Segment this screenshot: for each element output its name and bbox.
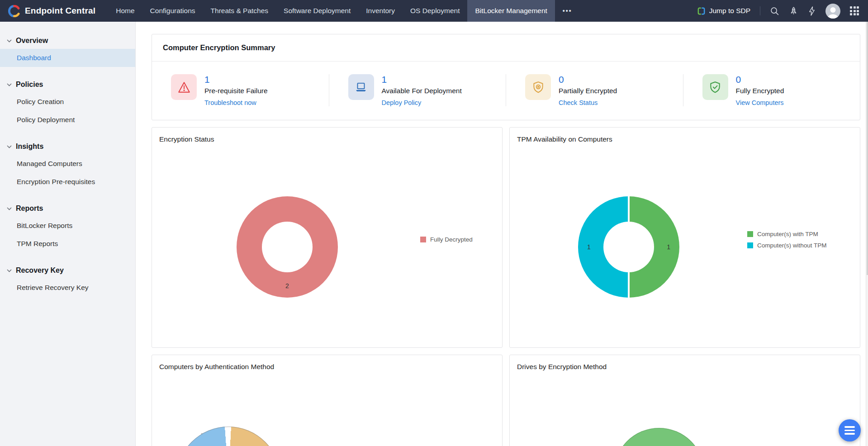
computer-encryption-summary-card: Computer Encryption Summary 1 Pre-requis… (152, 34, 860, 120)
fully-encrypted-label: Fully Encrypted (736, 87, 784, 95)
rocket-icon[interactable] (789, 6, 798, 16)
sidebar-header-recovery-key[interactable]: Recovery Key (0, 262, 135, 279)
tpm-without-slice-value: 1 (587, 243, 591, 251)
nav-item-home[interactable]: Home (108, 0, 142, 22)
chevron-down-icon (7, 269, 12, 272)
sidebar-item-tpm-reports[interactable]: TPM Reports (0, 235, 135, 253)
chevron-down-icon (7, 207, 12, 210)
sidebar-section-reports: Reports BitLocker Reports TPM Reports (0, 200, 135, 253)
sdp-icon (697, 7, 706, 15)
sidebar-item-bitlocker-reports[interactable]: BitLocker Reports (0, 217, 135, 235)
partially-encrypted-count: 0 (559, 74, 617, 85)
drives-by-encryption-method-pie[interactable] (614, 428, 704, 446)
summary-card-partially-encrypted: 0 Partially Encrypted Check Status (506, 74, 683, 106)
encryption-status-donut[interactable]: 2 (237, 196, 338, 298)
main-content: Computer Encryption Summary 1 Pre-requis… (136, 22, 868, 446)
sidebar-item-policy-creation[interactable]: Policy Creation (0, 93, 135, 111)
summary-title: Computer Encryption Summary (152, 34, 860, 62)
legend-swatch-with-tpm (747, 231, 753, 237)
nav-item-threats-patches[interactable]: Threats & Patches (203, 0, 276, 22)
computers-by-auth-method-title: Computers by Authentication Method (152, 355, 502, 379)
search-icon[interactable] (770, 6, 779, 16)
tpm-availability-donut[interactable]: 1 1 (578, 196, 679, 298)
shield-check-icon (702, 74, 728, 100)
chevron-down-icon (7, 145, 12, 148)
deploy-policy-link[interactable]: Deploy Policy (382, 99, 462, 106)
available-deployment-label: Available For Deployment (382, 87, 462, 95)
sidebar-header-policies[interactable]: Policies (0, 76, 135, 93)
prerequisite-failure-count: 1 (204, 74, 268, 85)
warning-triangle-icon (171, 74, 197, 100)
jump-to-sdp-label: Jump to SDP (709, 7, 750, 15)
sidebar-item-managed-computers[interactable]: Managed Computers (0, 155, 135, 173)
chevron-down-icon (7, 83, 12, 86)
bottom-charts-row: Computers by Authentication Method Drive… (152, 355, 860, 446)
troubleshoot-now-link[interactable]: Troubleshoot now (204, 99, 268, 106)
sidebar-item-encryption-prerequisites[interactable]: Encryption Pre-requisites (0, 173, 135, 191)
charts-row: Encryption Status 2 Fully Decrypted TPM … (152, 127, 860, 348)
jump-to-sdp-button[interactable]: Jump to SDP (697, 7, 750, 15)
prerequisite-failure-label: Pre-requisite Failure (204, 87, 268, 95)
nav-item-os-deployment[interactable]: OS Deployment (403, 0, 467, 22)
nav-item-software-deployment[interactable]: Software Deployment (276, 0, 358, 22)
nav-item-configurations[interactable]: Configurations (142, 0, 203, 22)
tpm-availability-legend: Computer(s) with TPM Computer(s) without… (747, 231, 827, 249)
fully-encrypted-count: 0 (736, 74, 784, 85)
summary-card-prerequisite-failure: 1 Pre-requisite Failure Troubleshoot now (152, 74, 329, 106)
apps-grid-icon[interactable] (850, 6, 859, 15)
nav-overflow-menu[interactable]: ••• (555, 0, 580, 22)
nav-divider (760, 6, 760, 15)
main-menu: Home Configurations Threats & Patches So… (108, 0, 579, 22)
sidebar-item-policy-deployment[interactable]: Policy Deployment (0, 111, 135, 129)
computers-by-auth-method-pie[interactable] (176, 427, 280, 446)
scrollbar[interactable] (866, 22, 868, 446)
drives-by-encryption-method-card: Drives by Encryption Method (509, 355, 860, 446)
legend-swatch-fully-decrypted (420, 237, 426, 242)
nav-item-inventory[interactable]: Inventory (358, 0, 403, 22)
sidebar-section-policies: Policies Policy Creation Policy Deployme… (0, 76, 135, 129)
brand-name: Endpoint Central (25, 6, 95, 16)
legend-with-tpm[interactable]: Computer(s) with TPM (747, 231, 827, 237)
sidebar-item-retrieve-recovery-key[interactable]: Retrieve Recovery Key (0, 279, 135, 297)
check-status-link[interactable]: Check Status (559, 99, 617, 106)
hamburger-icon (844, 426, 855, 428)
drives-by-encryption-method-title: Drives by Encryption Method (510, 355, 860, 379)
available-deployment-count: 1 (382, 74, 462, 85)
encryption-status-legend: Fully Decrypted (420, 236, 473, 243)
summary-card-fully-encrypted: 0 Fully Encrypted View Computers (683, 74, 860, 106)
laptop-icon (348, 74, 374, 100)
legend-fully-decrypted[interactable]: Fully Decrypted (420, 236, 473, 243)
floating-menu-button[interactable] (839, 419, 861, 441)
tpm-availability-card: TPM Availability on Computers 1 1 Comput… (509, 127, 860, 348)
tpm-availability-title: TPM Availability on Computers (510, 128, 860, 151)
endpoint-central-logo-icon (8, 5, 20, 17)
computers-by-auth-method-card: Computers by Authentication Method (152, 355, 503, 446)
encryption-status-slice-value: 2 (285, 282, 289, 289)
sidebar-header-reports[interactable]: Reports (0, 200, 135, 217)
tpm-with-slice-value: 1 (667, 243, 670, 251)
nav-right-actions: Jump to SDP (697, 0, 868, 22)
sidebar-section-overview: Overview Dashboard (0, 33, 135, 67)
legend-without-tpm[interactable]: Computer(s) without TPM (747, 242, 827, 249)
shield-x-icon (525, 74, 551, 100)
sidebar: Overview Dashboard Policies Policy Creat… (0, 22, 136, 446)
chevron-down-icon (7, 39, 12, 43)
encryption-status-title: Encryption Status (152, 128, 502, 151)
encryption-status-card: Encryption Status 2 Fully Decrypted (152, 127, 503, 348)
user-avatar[interactable] (825, 4, 840, 19)
partially-encrypted-label: Partially Encrypted (559, 87, 617, 95)
sidebar-item-dashboard[interactable]: Dashboard (0, 49, 135, 67)
summary-row: 1 Pre-requisite Failure Troubleshoot now… (152, 62, 860, 120)
sidebar-section-recovery-key: Recovery Key Retrieve Recovery Key (0, 262, 135, 297)
view-computers-link[interactable]: View Computers (736, 99, 784, 106)
legend-swatch-without-tpm (747, 242, 753, 248)
brand[interactable]: Endpoint Central (0, 0, 108, 22)
nav-item-bitlocker-management[interactable]: BitLocker Management (467, 0, 555, 22)
sidebar-header-insights[interactable]: Insights (0, 138, 135, 155)
lightning-icon[interactable] (808, 6, 816, 16)
sidebar-header-overview[interactable]: Overview (0, 33, 135, 49)
sidebar-section-insights: Insights Managed Computers Encryption Pr… (0, 138, 135, 191)
summary-card-available-for-deployment: 1 Available For Deployment Deploy Policy (329, 74, 506, 106)
top-nav: Endpoint Central Home Configurations Thr… (0, 0, 868, 22)
